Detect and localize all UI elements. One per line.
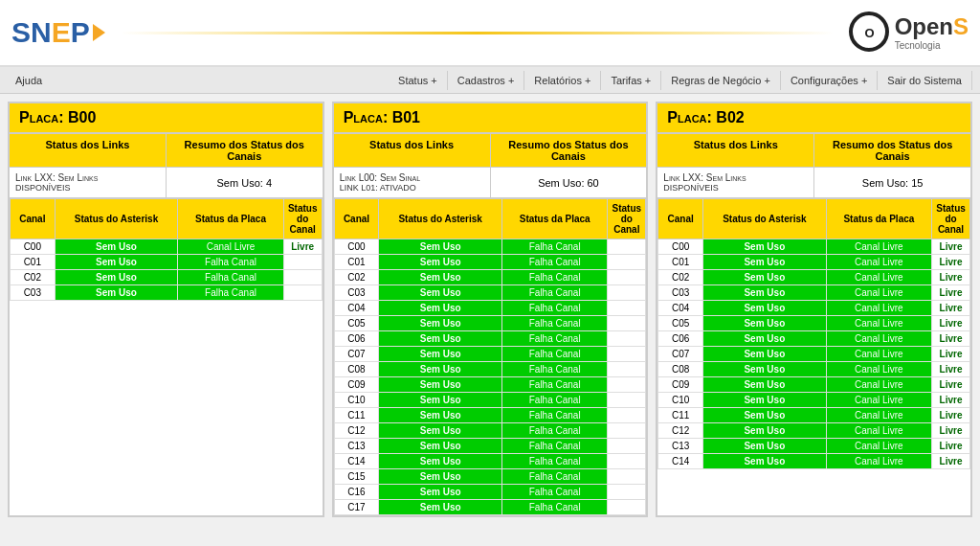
nav-tarifas[interactable]: Tarifas + — [601, 71, 661, 90]
nav-ajuda[interactable]: Ajuda — [8, 75, 50, 86]
opens-logo: O OpenS Tecnologia — [849, 11, 969, 54]
table-header: Canal — [11, 199, 56, 239]
canal-cell: C07 — [658, 347, 703, 362]
placa-status-cell: Falha Canal — [502, 500, 608, 515]
asterisk-status-cell: Sem Uso — [379, 239, 502, 255]
placa-status-cell: Falha Canal — [502, 301, 608, 316]
table-row: C13Sem UsoFalha Canal — [334, 439, 646, 454]
placa-status-cell: Canal Livre — [826, 347, 931, 362]
canal-status-cell: Livre — [932, 239, 970, 255]
canal-status-cell: Livre — [932, 362, 970, 377]
table-row: C01Sem UsoFalha Canal — [11, 255, 323, 270]
nav-configuracoes[interactable]: Configurações + — [781, 71, 878, 90]
table-row: C17Sem UsoFalha Canal — [334, 500, 646, 515]
placa-status-cell: Falha Canal — [502, 239, 608, 255]
nav-status[interactable]: Status + — [389, 71, 448, 90]
placa-status-cell: Canal Livre — [826, 393, 931, 408]
placa-status-cell: Canal Livre — [826, 454, 931, 469]
canal-status-cell: Livre — [932, 408, 970, 423]
asterisk-status-cell: Sem Uso — [379, 362, 502, 377]
asterisk-status-cell: Sem Uso — [55, 270, 178, 285]
board-title-B01: Placa: B01 — [334, 103, 647, 134]
placa-status-cell: Falha Canal — [502, 377, 608, 393]
canal-status-cell: Livre — [932, 454, 970, 469]
canal-status-cell: Livre — [932, 285, 970, 301]
asterisk-status-cell: Sem Uso — [379, 377, 502, 393]
asterisk-status-cell: Sem Uso — [379, 454, 502, 469]
canal-status-cell — [608, 377, 646, 393]
board-title-B02: Placa: B02 — [657, 103, 970, 134]
table-header: Status da Placa — [826, 199, 931, 239]
table-row: C16Sem UsoFalha Canal — [334, 485, 646, 500]
canal-status-cell — [608, 423, 646, 439]
canal-cell: C04 — [334, 301, 379, 316]
asterisk-status-cell: Sem Uso — [703, 316, 827, 331]
table-row: C05Sem UsoCanal LivreLivre — [658, 316, 970, 331]
placa-status-cell: Canal Livre — [826, 423, 931, 439]
canal-cell: C12 — [334, 423, 379, 439]
canal-status-cell — [608, 301, 646, 316]
table-row: C14Sem UsoCanal LivreLivre — [658, 454, 970, 469]
resumo-header-B02: Resumo dos Status dos Canais — [814, 134, 970, 167]
placa-status-cell: Falha Canal — [502, 408, 608, 423]
asterisk-status-cell: Sem Uso — [379, 469, 502, 485]
placa-status-cell: Canal Livre — [826, 301, 931, 316]
canal-cell: C01 — [11, 255, 56, 270]
board-B00: Placa: B00Status dos LinksResumo dos Sta… — [8, 102, 324, 517]
link-status-header-B00: Status dos Links — [10, 134, 167, 167]
sem-uso-count-B02: Sem Uso: 15 — [814, 168, 970, 197]
canal-cell: C15 — [334, 469, 379, 485]
nav-relatorios[interactable]: Relatórios + — [524, 71, 601, 90]
canal-cell: C02 — [334, 270, 379, 285]
canal-cell: C13 — [658, 439, 703, 454]
placa-status-cell: Falha Canal — [178, 285, 283, 301]
asterisk-status-cell: Sem Uso — [55, 255, 178, 270]
canal-status-cell — [608, 485, 646, 500]
canal-cell: C13 — [334, 439, 379, 454]
canal-status-cell: Livre — [932, 270, 970, 285]
canal-cell: C02 — [658, 270, 703, 285]
canal-status-cell: Livre — [932, 393, 970, 408]
canal-status-cell — [283, 270, 322, 285]
nav-regras[interactable]: Regras de Negócio + — [661, 71, 781, 90]
table-row: C11Sem UsoCanal LivreLivre — [658, 408, 970, 423]
canal-cell: C04 — [658, 301, 703, 316]
table-header: Status do Canal — [283, 199, 322, 239]
table-row: C10Sem UsoCanal LivreLivre — [658, 393, 970, 408]
asterisk-status-cell: Sem Uso — [703, 362, 827, 377]
canal-status-cell — [608, 331, 646, 347]
table-row: C09Sem UsoFalha Canal — [334, 377, 646, 393]
canal-status-cell — [608, 255, 646, 270]
nav-sair[interactable]: Sair do Sistema — [878, 71, 972, 90]
snep-logo: SNEP — [11, 16, 105, 49]
asterisk-status-cell: Sem Uso — [703, 270, 827, 285]
asterisk-status-cell: Sem Uso — [379, 423, 502, 439]
canal-cell: C05 — [334, 316, 379, 331]
table-row: C12Sem UsoFalha Canal — [334, 423, 646, 439]
asterisk-status-cell: Sem Uso — [703, 301, 827, 316]
nav-cadastros[interactable]: Cadastros + — [448, 71, 525, 90]
table-header: Canal — [334, 199, 379, 239]
asterisk-status-cell: Sem Uso — [703, 377, 827, 393]
table-row: C00Sem UsoFalha Canal — [334, 239, 646, 255]
placa-status-cell: Falha Canal — [178, 270, 283, 285]
sem-uso-count-B00: Sem Uso: 4 — [167, 168, 323, 197]
asterisk-status-cell: Sem Uso — [703, 454, 827, 469]
canal-status-cell — [608, 270, 646, 285]
canal-status-cell — [283, 255, 322, 270]
asterisk-status-cell: Sem Uso — [703, 439, 827, 454]
placa-status-cell: Falha Canal — [502, 285, 608, 301]
canal-cell: C11 — [658, 408, 703, 423]
canal-cell: C11 — [334, 408, 379, 423]
canal-status-cell: Livre — [932, 439, 970, 454]
asterisk-status-cell: Sem Uso — [379, 408, 502, 423]
placa-status-cell: Falha Canal — [502, 255, 608, 270]
table-row: C08Sem UsoCanal LivreLivre — [658, 362, 970, 377]
table-row: C05Sem UsoFalha Canal — [334, 316, 646, 331]
placa-status-cell: Falha Canal — [502, 454, 608, 469]
canal-status-cell: Livre — [932, 377, 970, 393]
placa-status-cell: Canal Livre — [178, 239, 283, 255]
canal-cell: C08 — [334, 362, 379, 377]
canal-cell: C10 — [658, 393, 703, 408]
asterisk-status-cell: Sem Uso — [379, 270, 502, 285]
